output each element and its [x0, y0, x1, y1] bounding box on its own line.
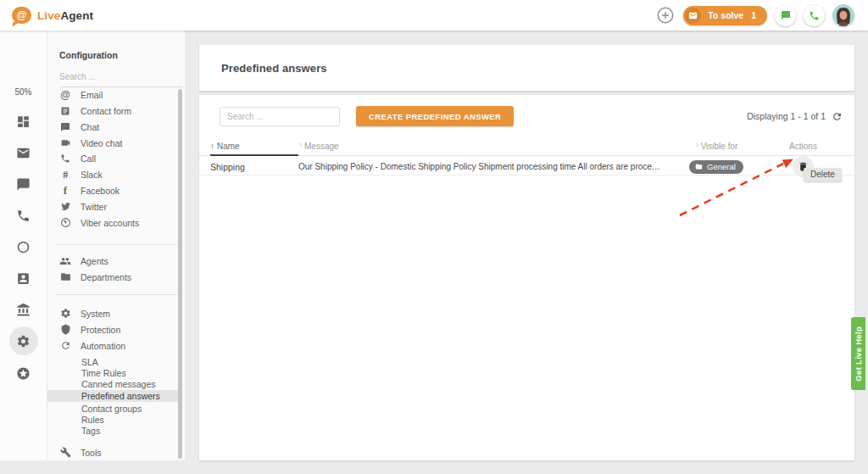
phone-icon: [16, 209, 31, 223]
create-predefined-answer-button[interactable]: CREATE PREDEFINED ANSWER: [356, 106, 514, 126]
sidebar-item-contact-form[interactable]: Contact form: [59, 103, 175, 119]
shield-icon: [59, 324, 71, 335]
sidebar-item-automation[interactable]: Automation: [59, 337, 175, 354]
bank-icon: [16, 303, 31, 317]
gear-icon: [59, 308, 71, 319]
delete-tooltip: Delete: [804, 168, 842, 181]
sidebar-item-viber[interactable]: Viber accounts: [59, 215, 175, 231]
sidebar-heading: Configuration: [59, 50, 118, 60]
plus-circle-icon: [656, 6, 675, 25]
to-solve-count: 1: [751, 10, 756, 20]
rail-item-chats[interactable]: [9, 170, 38, 198]
chat-bubble-icon: [781, 10, 791, 20]
viber-icon: [59, 217, 71, 228]
answer-message: Our Shipping Policy - Domestic Shipping …: [298, 162, 670, 171]
add-new-button[interactable]: [655, 5, 676, 25]
rail-item-knowledgebase[interactable]: [9, 295, 38, 324]
videocam-icon: [59, 137, 71, 148]
at-sign-icon: @: [59, 90, 71, 100]
to-solve-label: To solve: [708, 10, 743, 20]
toolbar: CREATE PREDEFINED ANSWER Displaying 1 - …: [199, 95, 854, 126]
zoom-level[interactable]: 50%: [14, 87, 31, 97]
sidebar-item-tags[interactable]: Tags: [47, 425, 178, 437]
sidebar-item-tools[interactable]: Tools: [59, 444, 175, 460]
get-live-help-ribbon[interactable]: Get Live Help: [851, 317, 865, 390]
sidebar-scrollbar[interactable]: [178, 89, 182, 459]
wrench-icon: [59, 447, 71, 458]
sidebar-item-protection[interactable]: Protection: [59, 321, 175, 337]
star-circle-icon: [16, 366, 31, 381]
sidebar-item-departments[interactable]: Departments: [59, 269, 175, 285]
sidebar-divider: [56, 294, 176, 295]
predefined-answers-panel: CREATE PREDEFINED ANSWER Displaying 1 - …: [199, 95, 854, 460]
envelope-icon: [16, 146, 31, 160]
people-icon: [59, 255, 71, 267]
answer-name: Shipping: [210, 162, 298, 172]
column-header-message[interactable]: ↑↓ Message: [298, 137, 670, 155]
slack-icon: #: [59, 170, 71, 180]
column-header-name[interactable]: ↑ Name: [210, 138, 298, 156]
sidebar-item-contact-groups[interactable]: Contact groups: [47, 403, 178, 415]
sidebar-item-chat[interactable]: Chat: [59, 119, 175, 135]
liveagent-logo[interactable]: @ LiveAgent: [12, 7, 93, 24]
table-row[interactable]: Shipping Our Shipping Policy - Domestic …: [199, 156, 854, 176]
sort-icon: ↑↓: [298, 142, 302, 148]
sidebar-item-slack[interactable]: # Slack: [59, 166, 175, 182]
sidebar-divider: [56, 244, 176, 245]
sidebar-item-canned-messages[interactable]: Canned messages: [47, 378, 178, 390]
sidebar-item-sla[interactable]: SLA: [47, 356, 178, 368]
contact-card-icon: [16, 271, 31, 286]
rail-item-tickets[interactable]: [9, 138, 38, 167]
configuration-sidebar: Configuration @ Email Contact form Chat …: [47, 31, 185, 460]
chat-bubble-icon: [16, 177, 31, 192]
facebook-icon: f: [59, 185, 71, 196]
chat-bubble-icon: [59, 122, 71, 132]
to-solve-button[interactable]: To solve 1: [683, 6, 767, 25]
answers-table: ↑ Name ↑↓ Message ↑↓ Visible for Actions…: [199, 137, 854, 176]
page-header: Predefined answers: [199, 45, 854, 91]
calls-button[interactable]: [804, 5, 825, 26]
folder-icon: [59, 271, 71, 282]
sort-asc-icon: ↑: [210, 142, 214, 151]
top-bar: @ LiveAgent To solve 1: [0, 0, 868, 31]
rail-item-calls[interactable]: [9, 201, 38, 230]
sidebar-search-input[interactable]: [59, 70, 183, 86]
twitter-icon: [59, 201, 71, 212]
sidebar-item-twitter[interactable]: Twitter: [59, 198, 175, 215]
sidebar-item-call[interactable]: Call: [59, 150, 175, 166]
sidebar-item-predefined-answers[interactable]: Predefined answers: [47, 390, 178, 402]
chats-button[interactable]: [775, 5, 796, 26]
sidebar-item-video-chat[interactable]: Video chat: [59, 135, 175, 151]
rail-item-dashboard[interactable]: [9, 107, 38, 136]
folder-icon: [695, 163, 703, 170]
envelope-icon: [685, 8, 701, 24]
rail-item-configuration[interactable]: [9, 326, 38, 355]
sidebar-item-email[interactable]: @ Email: [59, 86, 175, 103]
department-badge: General: [689, 160, 743, 174]
column-header-actions: Actions: [763, 137, 843, 155]
rail-item-customers[interactable]: [9, 264, 38, 293]
refresh-icon[interactable]: [832, 111, 843, 122]
refresh-icon: [59, 340, 71, 351]
phone-icon: [809, 10, 820, 21]
table-header-row: ↑ Name ↑↓ Message ↑↓ Visible for Actions: [199, 137, 854, 156]
sort-icon: ↑↓: [695, 142, 698, 148]
sidebar-search: [59, 68, 183, 87]
phone-icon: [59, 153, 71, 164]
sidebar-item-agents[interactable]: Agents: [59, 253, 175, 269]
liveagent-logo-icon: @: [12, 7, 31, 24]
rail-item-online[interactable]: [9, 232, 38, 261]
brand-text: LiveAgent: [37, 9, 93, 22]
search-input[interactable]: [220, 107, 340, 126]
column-header-visible-for[interactable]: ↑↓ Visible for: [670, 137, 763, 155]
dashboard-icon: [16, 114, 31, 129]
sidebar-item-facebook[interactable]: f Facebook: [59, 182, 175, 198]
form-icon: [59, 106, 71, 116]
sidebar-item-time-rules[interactable]: Time Rules: [47, 367, 178, 379]
gear-icon: [16, 334, 31, 349]
sidebar-item-rules[interactable]: Rules: [47, 414, 178, 426]
rail-item-gamification[interactable]: [9, 359, 38, 388]
sidebar-item-system[interactable]: System: [59, 305, 175, 321]
user-avatar[interactable]: [832, 4, 854, 26]
ring-icon: [16, 240, 31, 254]
